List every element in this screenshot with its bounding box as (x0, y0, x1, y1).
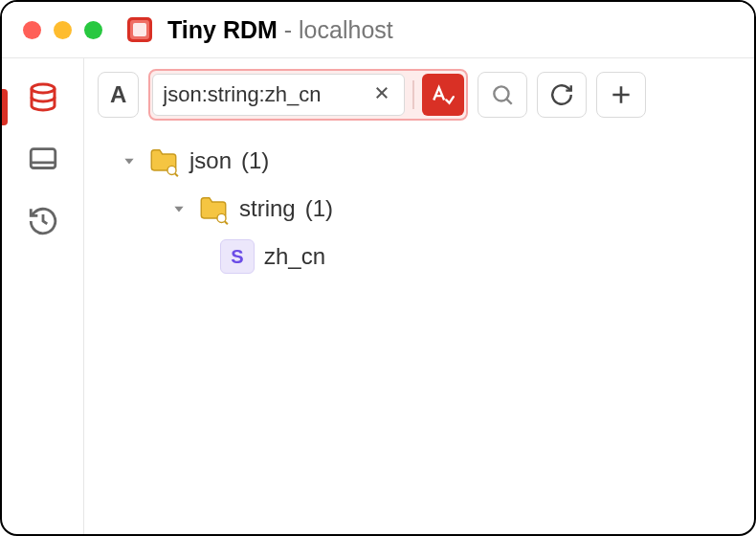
svg-point-3 (32, 84, 55, 93)
main-panel: A (83, 58, 754, 534)
maximize-window-button[interactable] (84, 21, 102, 39)
window-title: Tiny RDM - localhost (167, 16, 393, 44)
svg-line-18 (225, 221, 228, 224)
app-window: Tiny RDM - localhost (0, 0, 756, 536)
app-name: Tiny RDM (167, 16, 278, 43)
svg-line-10 (506, 99, 511, 103)
app-logo-icon (125, 15, 154, 44)
minimize-window-button[interactable] (54, 21, 72, 39)
svg-marker-16 (174, 207, 183, 212)
match-case-button[interactable] (422, 74, 464, 116)
tree-row[interactable]: json (1) (98, 137, 741, 185)
chevron-down-icon (170, 202, 188, 215)
svg-point-9 (494, 86, 508, 100)
filter-mode-button[interactable]: A (98, 72, 139, 118)
folder-icon (147, 145, 180, 177)
window-body: A (2, 57, 754, 534)
connection-name: - localhost (284, 16, 393, 43)
tree-row[interactable]: string (1) (98, 185, 741, 233)
history-tab[interactable] (20, 198, 66, 244)
svg-marker-13 (124, 159, 133, 165)
close-window-button[interactable] (23, 21, 41, 39)
add-key-button[interactable] (596, 72, 646, 118)
active-tab-indicator (2, 89, 8, 125)
string-type-badge: S (220, 239, 255, 274)
search-button[interactable] (478, 72, 527, 118)
refresh-button[interactable] (537, 72, 587, 118)
sidebar (2, 58, 83, 534)
tree-node-label: zh_cn (264, 243, 325, 270)
svg-rect-2 (133, 23, 146, 36)
svg-point-17 (217, 213, 226, 222)
tree-node-label: json (189, 147, 232, 174)
server-tab[interactable] (20, 137, 66, 183)
svg-rect-4 (31, 149, 56, 168)
key-tree: json (1) string (1) (84, 131, 754, 286)
tree-node-count: (1) (241, 147, 269, 174)
database-tab[interactable] (20, 76, 66, 122)
tree-node-count: (1) (305, 195, 333, 222)
folder-icon (197, 192, 230, 225)
svg-line-15 (175, 173, 178, 176)
toolbar: A (84, 58, 754, 131)
tree-row[interactable]: S zh_cn (98, 233, 741, 280)
window-controls (23, 21, 102, 39)
clear-filter-button[interactable] (369, 84, 394, 106)
titlebar: Tiny RDM - localhost (2, 2, 754, 57)
filter-group (148, 69, 468, 121)
chevron-down-icon (121, 154, 138, 168)
svg-point-14 (167, 166, 176, 174)
filter-divider (412, 80, 414, 109)
filter-input[interactable] (163, 82, 364, 107)
filter-input-wrap (152, 74, 405, 116)
tree-node-label: string (239, 195, 296, 222)
